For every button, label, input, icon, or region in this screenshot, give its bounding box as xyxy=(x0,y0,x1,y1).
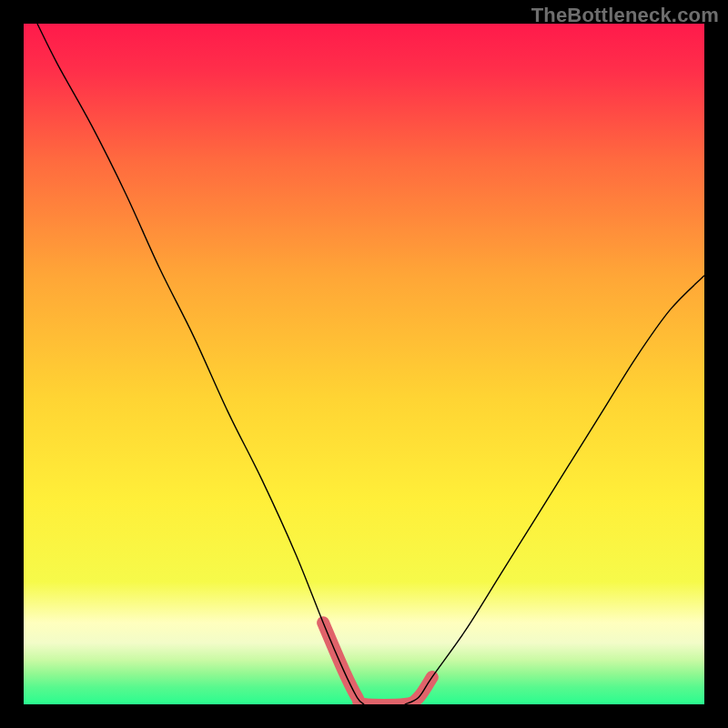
watermark-text: TheBottleneck.com xyxy=(531,4,719,27)
chart-svg xyxy=(24,24,704,704)
plot-area xyxy=(24,24,704,704)
gradient-background xyxy=(24,24,704,704)
chart-frame: TheBottleneck.com xyxy=(0,0,728,728)
